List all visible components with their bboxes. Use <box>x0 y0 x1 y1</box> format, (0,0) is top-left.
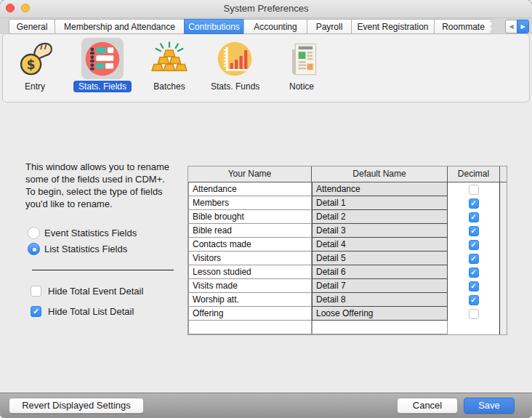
decimal-cell <box>448 210 500 224</box>
close-window-icon[interactable] <box>6 4 15 12</box>
decimal-checkbox[interactable] <box>469 309 479 319</box>
decimal-checkbox[interactable] <box>469 254 479 264</box>
checkbox-icon <box>31 306 41 317</box>
window-title: System Preferences <box>0 0 532 17</box>
decimal-checkbox[interactable] <box>469 198 479 209</box>
decimal-cell <box>448 265 500 279</box>
your-name-cell[interactable]: Offering <box>188 307 312 321</box>
your-name-cell[interactable]: Visitors <box>188 252 312 265</box>
decimal-cell <box>448 238 500 252</box>
column-header-decimal: Decimal <box>448 166 500 182</box>
intro-line: some of the fields used in CDM+. <box>25 173 169 185</box>
tab-contributions[interactable]: Contributions <box>184 19 244 34</box>
radio-event-statistics-fields[interactable]: Event Statistics Fields <box>28 225 137 241</box>
hide-total-checkbox-group: Hide Total Event DetailHide Total List D… <box>31 285 143 326</box>
table-scroll-track <box>500 238 507 252</box>
svg-text:$: $ <box>27 57 36 72</box>
table-row: AttendanceAttendance <box>188 182 507 196</box>
table-row: Visits madeDetail 7 <box>188 279 507 293</box>
column-header-default-name: Default Name <box>312 166 448 182</box>
decimal-checkbox[interactable] <box>469 281 479 292</box>
table-row <box>188 321 507 334</box>
system-preferences-window: System Preferences GeneralMembership and… <box>0 0 532 418</box>
table-scroll-track <box>500 265 507 279</box>
toolbar-item-stats-fields[interactable]: Stats. Fields <box>73 38 132 92</box>
newspaper-icon <box>281 38 323 79</box>
table-scroll-track <box>500 210 507 224</box>
title-bar[interactable]: System Preferences <box>0 0 532 18</box>
tab-membership-and-attendance[interactable]: Membership and Attendance <box>55 19 185 34</box>
revert-displayed-settings-button[interactable]: Revert Displayed Settings <box>9 398 144 414</box>
decimal-cell <box>448 307 500 321</box>
radio-list-statistics-fields[interactable]: List Statistics Fields <box>28 241 137 257</box>
tab-scroll-right-icon[interactable]: ▶ <box>517 20 529 33</box>
default-name-cell: Attendance <box>312 182 448 196</box>
checkbox-label: Hide Total Event Detail <box>48 286 143 297</box>
checkbox-hide-total-event-detail[interactable]: Hide Total Event Detail <box>31 285 143 297</box>
toolbar-item-notice[interactable]: Notice <box>273 38 331 92</box>
radio-button-icon <box>28 227 40 239</box>
funds-chart-icon <box>214 38 256 79</box>
decimal-cell <box>448 293 500 307</box>
cancel-button[interactable]: Cancel <box>397 398 458 414</box>
your-name-cell[interactable]: Members <box>188 196 312 210</box>
table-row: Lesson studiedDetail 6 <box>188 265 507 279</box>
decimal-cell <box>448 321 500 334</box>
decimal-checkbox[interactable] <box>469 212 479 222</box>
tab-roommate[interactable]: Roommate <box>434 19 493 34</box>
toolbar-item-stats-funds[interactable]: Stats. Funds <box>206 38 264 92</box>
minimize-window-icon[interactable] <box>21 4 30 12</box>
table-scroll-track <box>500 307 507 321</box>
your-name-cell[interactable]: Visits made <box>188 279 312 293</box>
tab-general[interactable]: General <box>9 19 55 34</box>
tab-scroll-left-icon[interactable]: ◀ <box>505 20 517 33</box>
toolbar-item-label: Notice <box>284 81 319 92</box>
tab-payroll[interactable]: Payroll <box>307 19 352 34</box>
decimal-cell <box>448 182 500 196</box>
toolbar-item-label: Stats. Funds <box>206 81 265 92</box>
footer-bar: Revert Displayed Settings Cancel Save <box>0 393 532 418</box>
decimal-checkbox[interactable] <box>469 240 479 250</box>
your-name-cell[interactable]: Worship att. <box>188 293 312 307</box>
table-scroll-track <box>500 224 507 238</box>
toolbar-item-batches[interactable]: Batches <box>140 38 198 92</box>
checkbox-icon <box>31 286 41 297</box>
table-row: Bible broughtDetail 2 <box>188 210 507 224</box>
save-button[interactable]: Save <box>464 398 515 414</box>
table-row: OfferingLoose Offering <box>188 307 507 321</box>
decimal-cell <box>448 196 500 210</box>
default-name-cell <box>312 321 448 334</box>
tab-event-registration[interactable]: Event Registration <box>351 19 435 34</box>
default-name-cell: Loose Offering <box>312 307 448 321</box>
your-name-cell[interactable]: Attendance <box>188 182 312 196</box>
your-name-cell[interactable]: Bible brought <box>188 210 312 224</box>
decimal-checkbox[interactable] <box>469 268 479 278</box>
checkbox-label: Hide Total List Detail <box>48 306 134 317</box>
column-header-scroll-spacer <box>500 166 507 182</box>
tab-list: GeneralMembership and AttendanceContribu… <box>9 19 493 34</box>
your-name-cell[interactable] <box>188 321 312 334</box>
gold-bars-icon <box>148 38 190 79</box>
column-header-your-name: Your Name <box>188 166 312 182</box>
your-name-cell[interactable]: Bible read <box>188 224 312 238</box>
decimal-checkbox[interactable] <box>469 226 479 236</box>
default-name-cell: Detail 4 <box>312 238 448 252</box>
decimal-checkbox[interactable] <box>469 185 479 195</box>
decimal-cell <box>448 224 500 238</box>
decimal-cell <box>448 252 500 265</box>
checkbox-hide-total-list-detail[interactable]: Hide Total List Detail <box>31 305 143 317</box>
your-name-cell[interactable]: Contacts made <box>188 238 312 252</box>
coin-in-hand-icon: $ <box>14 38 56 79</box>
table-scroll-track <box>500 252 507 265</box>
toolbar-item-entry[interactable]: $Entry <box>6 38 64 92</box>
tab-accounting[interactable]: Accounting <box>243 19 307 34</box>
toolbar-item-label: Stats. Fields <box>73 81 132 92</box>
your-name-cell[interactable]: Lesson studied <box>188 265 312 279</box>
table-scroll-track <box>500 182 507 196</box>
field-type-radio-group: Event Statistics FieldsList Statistics F… <box>28 225 137 257</box>
intro-text: This window allows you to renamesome of … <box>25 161 169 210</box>
decimal-checkbox[interactable] <box>469 295 479 305</box>
decimal-cell <box>448 279 500 293</box>
tab-scroll-buttons: ◀ ▶ <box>505 20 529 33</box>
toolbar-item-label: Batches <box>148 81 190 92</box>
